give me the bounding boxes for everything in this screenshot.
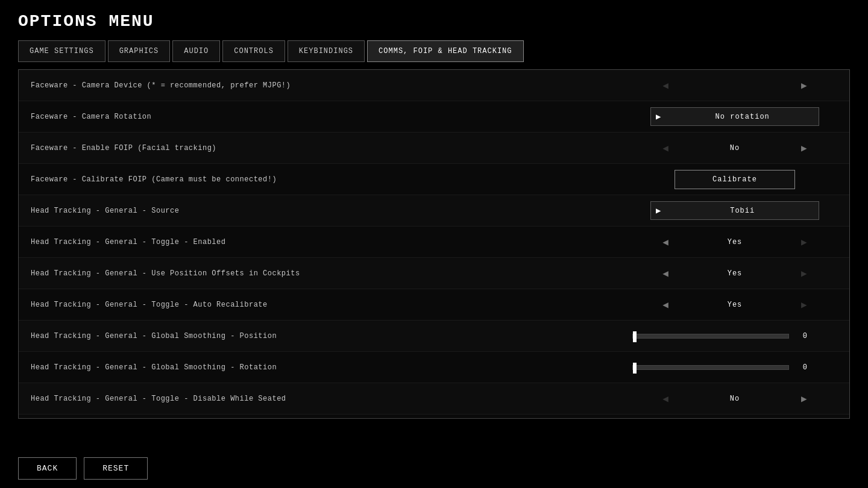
setting-label: Faceware - Calibrate FOIP (Camera must b… [31,175,632,184]
setting-label: Head Tracking - General - Toggle - Disab… [31,395,632,403]
setting-label: Faceware - Enable FOIP (Facial tracking) [31,144,632,152]
settings-list[interactable]: Faceware - Camera Device (* = recommende… [19,70,849,418]
arrow-right-btn[interactable]: ▶ [795,140,813,157]
setting-row-head-tracking-position-offsets: Head Tracking - General - Use Position O… [19,258,849,289]
setting-label: Head Tracking - General - Global Smoothi… [31,363,632,372]
arrow-left-btn[interactable]: ◀ [656,77,675,94]
bottom-bar: BACK RESET [0,449,868,488]
setting-row-head-tracking-disable-fps: Head Tracking - General - Toggle - Disab… [19,414,849,418]
value-display: No [675,395,795,403]
setting-label: Head Tracking - General - Global Smoothi… [31,332,632,340]
setting-row-faceware-calibrate-foip: Faceware - Calibrate FOIP (Camera must b… [19,164,849,195]
tab-comms-foip[interactable]: COMMS, FOIP & HEAD TRACKING [367,40,523,62]
value-display: Tobii [666,207,819,215]
calibrate-button[interactable]: Calibrate [675,170,795,189]
setting-label: Faceware - Camera Rotation [31,113,632,121]
setting-row-head-tracking-toggle-enabled: Head Tracking - General - Toggle - Enabl… [19,227,849,258]
slider-value: 0 [795,332,807,340]
tabs-bar: GAME SETTINGS GRAPHICS AUDIO CONTROLS KE… [0,40,868,62]
slider-thumb [633,331,637,342]
slider-thumb [633,363,637,374]
arrow-left-btn[interactable]: ◀ [656,265,675,282]
tab-keybindings[interactable]: KEYBINDINGS [288,40,365,62]
setting-label: Head Tracking - General - Source [31,207,632,215]
setting-row-smoothing-position: Head Tracking - General - Global Smoothi… [19,321,849,352]
setting-label: Head Tracking - General - Toggle - Auto … [31,301,632,309]
value-box-arrow: ▶ No rotation [650,107,819,126]
tab-graphics[interactable]: GRAPHICS [108,40,171,62]
arrow-left-icon: ▶ [656,111,661,122]
setting-row-smoothing-rotation: Head Tracking - General - Global Smoothi… [19,352,849,383]
setting-row-head-tracking-auto-recalibrate: Head Tracking - General - Toggle - Auto … [19,289,849,321]
back-button[interactable]: BACK [18,457,77,480]
arrow-left-btn[interactable]: ◀ [656,390,675,407]
value-display: Yes [675,301,795,309]
value-box-arrow: ▶ Tobii [650,201,819,220]
value-display: No rotation [666,113,819,121]
arrow-left-icon: ▶ [656,205,661,216]
value-display: Yes [675,238,795,246]
tab-controls[interactable]: CONTROLS [222,40,285,62]
setting-label: Faceware - Camera Device (* = recommende… [31,81,632,90]
content-panel: Faceware - Camera Device (* = recommende… [18,69,850,419]
arrow-left-btn[interactable]: ◀ [656,296,675,313]
value-display: No [675,144,795,152]
tab-game-settings[interactable]: GAME SETTINGS [18,40,105,62]
page-title: OPTIONS MENU [0,0,868,40]
setting-row-faceware-camera-rotation: Faceware - Camera Rotation ▶ No rotation [19,101,849,133]
setting-row-faceware-camera-device: Faceware - Camera Device (* = recommende… [19,70,849,101]
setting-row-faceware-enable-foip: Faceware - Enable FOIP (Facial tracking)… [19,133,849,164]
arrow-right-btn[interactable]: ▶ [795,234,813,251]
setting-row-head-tracking-source: Head Tracking - General - Source ▶ Tobii [19,195,849,227]
reset-button[interactable]: RESET [84,457,148,480]
value-display: Yes [675,269,795,278]
slider-value: 0 [795,363,807,372]
setting-label: Head Tracking - General - Use Position O… [31,269,632,278]
setting-label: Head Tracking - General - Toggle - Enabl… [31,238,632,246]
arrow-right-btn[interactable]: ▶ [795,296,813,313]
slider-track[interactable] [632,365,789,370]
arrow-left-btn[interactable]: ◀ [656,234,675,251]
arrow-left-btn[interactable]: ◀ [656,140,675,157]
arrow-right-btn[interactable]: ▶ [795,77,813,94]
slider-track[interactable] [632,334,789,339]
arrow-right-btn[interactable]: ▶ [795,265,813,282]
arrow-right-btn[interactable]: ▶ [795,390,813,407]
setting-row-head-tracking-disable-seated: Head Tracking - General - Toggle - Disab… [19,383,849,414]
tab-audio[interactable]: AUDIO [172,40,220,62]
